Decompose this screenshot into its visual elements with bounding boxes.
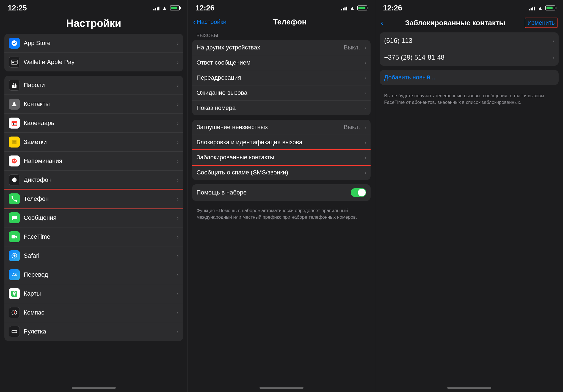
wallet-chevron: › [177, 59, 179, 65]
translate-chevron: › [177, 272, 179, 278]
spam-report-label: Сообщать о спаме (SMS/звонки) [197, 169, 362, 176]
battery-icon-1 [170, 5, 180, 10]
svg-rect-20 [12, 235, 15, 238]
settings-item-translate[interactable]: A 文 Перевод › [4, 265, 183, 284]
blocked-contacts-label: Заблокированные контакты [197, 154, 362, 161]
translate-icon: A 文 [9, 269, 20, 280]
signal-icon-2 [341, 5, 347, 10]
panel-settings: 12:25 ▲ Настройки [0, 0, 188, 392]
svg-rect-29 [12, 330, 17, 333]
status-icons-1: ▲ [153, 5, 180, 11]
maps-icon [9, 288, 20, 299]
back-button-settings[interactable]: ‹ Настройки [193, 18, 227, 26]
messages-icon [9, 212, 20, 223]
phone-reply-message[interactable]: Ответ сообщением › [192, 55, 371, 70]
settings-item-wallet[interactable]: Wallet и Apple Pay › [4, 53, 183, 71]
notes-icon [9, 137, 20, 148]
battery-icon-2 [357, 5, 367, 10]
settings-group-2: Пароли › Контакты › [4, 76, 183, 341]
reminders-chevron: › [177, 158, 179, 164]
settings-item-reminders[interactable]: Напоминания › [4, 152, 183, 171]
svg-rect-16 [13, 178, 14, 182]
settings-item-compass[interactable]: Компас › [4, 303, 183, 322]
settings-item-ruler[interactable]: Рулетка › [4, 322, 183, 341]
blocked-contacts-chevron: › [365, 154, 366, 161]
settings-item-passwords[interactable]: Пароли › [4, 76, 183, 95]
wallet-label: Wallet и Apple Pay [24, 59, 175, 66]
battery-icon-3 [545, 5, 555, 10]
phone-group-3: Помощь в наборе [192, 184, 371, 201]
show-number-label: Показ номера [197, 104, 362, 112]
signal-icon-1 [153, 5, 159, 10]
calendar-icon: 14 [9, 118, 20, 129]
status-time-3: 12:26 [383, 4, 402, 12]
svg-point-13 [15, 160, 16, 161]
settings-item-calendar[interactable]: 14 Календарь › [4, 114, 183, 133]
ruler-chevron: › [177, 329, 179, 335]
svg-point-12 [13, 160, 14, 161]
settings-item-facetime[interactable]: FaceTime › [4, 227, 183, 246]
safari-icon [9, 250, 20, 261]
panel-blocked-contacts: 12:26 ▲ ‹ Заблокированные контакты Измен… [375, 0, 563, 392]
wifi-icon-1: ▲ [162, 5, 167, 11]
add-new-item[interactable]: Добавить новый... [380, 70, 559, 85]
appstore-icon [9, 38, 20, 49]
spam-report-chevron: › [365, 169, 366, 176]
passwords-chevron: › [177, 82, 179, 88]
status-time-2: 12:26 [195, 4, 214, 12]
settings-item-safari[interactable]: Safari › [4, 246, 183, 265]
passwords-icon [9, 80, 20, 91]
settings-list: App Store › Wallet и Apple Pay › [0, 34, 187, 387]
settings-item-contacts[interactable]: Контакты › [4, 95, 183, 114]
show-number-chevron: › [365, 105, 366, 111]
add-new-label: Добавить новый... [384, 74, 554, 81]
blocked-contact-2[interactable]: +375 (29) 514-81-48 › [380, 49, 559, 66]
notes-chevron: › [177, 139, 179, 145]
back-button-phone[interactable]: ‹ [381, 18, 383, 27]
svg-rect-18 [15, 178, 16, 182]
settings-item-appstore[interactable]: App Store › [4, 34, 183, 53]
block-id-label: Блокировка и идентификация вызова [197, 139, 362, 146]
wallet-icon [9, 57, 20, 68]
phone-other-devices[interactable]: На других устройствах Выкл. › [192, 40, 371, 55]
phone-call-waiting[interactable]: Ожидание вызова › [192, 85, 371, 101]
calendar-label: Календарь [24, 119, 175, 127]
safari-label: Safari [24, 252, 175, 259]
home-indicator-3 [447, 387, 491, 389]
forwarding-label: Переадресация [197, 74, 362, 81]
blocked-contact-1[interactable]: (616) 113 › [380, 32, 559, 49]
phone-block-id[interactable]: Блокировка и идентификация вызова › [192, 135, 371, 150]
appstore-chevron: › [177, 40, 179, 46]
svg-text:14: 14 [13, 123, 16, 125]
phone-show-number[interactable]: Показ номера › [192, 101, 371, 115]
forwarding-chevron: › [365, 75, 366, 81]
other-devices-label: На других устройствах [197, 44, 344, 51]
svg-rect-1 [11, 61, 17, 62]
phone-spam-report[interactable]: Сообщать о спаме (SMS/звонки) › [192, 165, 371, 180]
phone-group-1: На других устройствах Выкл. › Ответ сооб… [192, 40, 371, 115]
back-chevron-icon: ‹ [193, 18, 196, 26]
settings-item-messages[interactable]: Сообщения › [4, 208, 183, 227]
silence-unknown-chevron: › [365, 124, 366, 130]
phone-dial-assist[interactable]: Помощь в наборе [192, 184, 371, 201]
facetime-icon [9, 231, 20, 242]
maps-chevron: › [177, 291, 179, 297]
edit-button[interactable]: Изменить [525, 18, 558, 28]
passwords-label: Пароли [24, 82, 175, 89]
phone-settings-title: Телефон [227, 18, 353, 26]
panel-phone-settings: 12:26 ▲ ‹ Настройки Телефон ВЫЗОВЫ [188, 0, 376, 392]
settings-item-notes[interactable]: Заметки › [4, 133, 183, 152]
phone-forwarding[interactable]: Переадресация › [192, 70, 371, 85]
dial-assist-help: Функция «Помощь в наборе» автоматически … [192, 205, 371, 225]
phone-blocked-contacts[interactable]: Заблокированные контакты › [192, 150, 371, 165]
silence-unknown-label: Заглушение неизвестных [197, 124, 344, 131]
reminders-icon [9, 155, 20, 166]
phone-silence-unknown[interactable]: Заглушение неизвестных Выкл. › [192, 120, 371, 135]
dial-assist-toggle[interactable] [351, 188, 366, 197]
contact-1-chevron: › [552, 38, 554, 44]
contact-2-chevron: › [552, 54, 554, 61]
settings-item-voice[interactable]: Диктофон › [4, 171, 183, 190]
settings-item-maps[interactable]: Карты › [4, 284, 183, 303]
voice-icon [9, 174, 20, 185]
settings-item-phone[interactable]: Телефон › [4, 190, 183, 208]
